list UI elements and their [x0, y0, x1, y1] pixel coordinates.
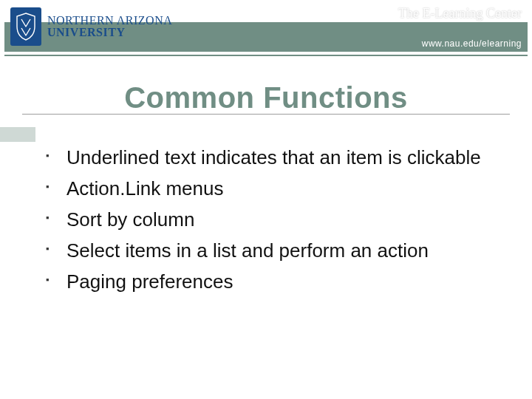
- title-divider: [22, 114, 510, 115]
- bullet-list: Underlined text indicates that an item i…: [40, 145, 510, 295]
- slide-header: NORTHERN ARIZONA UNIVERSITY The E-Learni…: [0, 0, 532, 58]
- university-logo: NORTHERN ARIZONA UNIVERSITY: [10, 7, 172, 46]
- university-name: NORTHERN ARIZONA UNIVERSITY: [47, 15, 172, 38]
- title-area: Common Functions: [0, 72, 532, 137]
- elearning-center-url: www.nau.edu/elearning: [422, 38, 522, 49]
- bullet-item: Underlined text indicates that an item i…: [40, 145, 510, 171]
- bullet-item: Action.Link menus: [40, 176, 510, 202]
- bullet-item: Select items in a list and perform an ac…: [40, 238, 510, 265]
- side-accent: [0, 127, 35, 142]
- university-name-line1: NORTHERN ARIZONA: [47, 15, 172, 27]
- slide: { "header": { "university_line1": "NORTH…: [0, 0, 532, 399]
- slide-title: Common Functions: [0, 72, 532, 115]
- bullet-item: Sort by column: [40, 207, 510, 233]
- header-underline: [4, 55, 528, 56]
- university-name-line2: UNIVERSITY: [47, 27, 172, 38]
- slide-content: Underlined text indicates that an item i…: [40, 145, 510, 299]
- bullet-item: Paging preferences: [40, 269, 510, 296]
- shield-svg: [15, 12, 37, 41]
- elearning-center-label: The E-Learning Center: [398, 6, 522, 21]
- shield-icon: [10, 7, 41, 46]
